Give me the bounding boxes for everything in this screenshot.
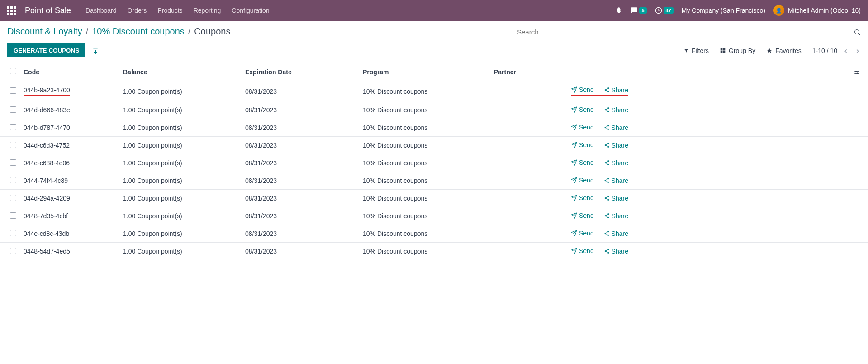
table-row[interactable]: 0448-7d35-4cbf 1.00 Coupon point(s) 08/3…: [0, 207, 868, 225]
send-button[interactable]: Send: [571, 194, 594, 201]
svg-point-60: [607, 217, 609, 218]
svg-line-54: [606, 197, 607, 198]
cell-code: 0448-54d7-4ed5: [24, 248, 70, 255]
debug-icon[interactable]: [615, 7, 622, 14]
row-checkbox[interactable]: [10, 142, 16, 148]
user-name: Mitchell Admin (Odoo_16): [788, 7, 861, 14]
share-button[interactable]: Share: [604, 212, 628, 220]
share-button[interactable]: Share: [604, 142, 628, 149]
header-code[interactable]: Code: [20, 62, 119, 81]
cell-expiration: 08/31/2023: [242, 207, 359, 225]
cell-balance: 1.00 Coupon point(s): [119, 190, 242, 207]
svg-line-48: [606, 181, 607, 182]
send-button[interactable]: Send: [571, 177, 594, 184]
cell-program: 10% Discount coupons: [359, 225, 490, 243]
table-row[interactable]: 044b-9a23-4700 1.00 Coupon point(s) 08/3…: [0, 81, 868, 101]
header-program[interactable]: Program: [359, 62, 490, 81]
svg-point-5: [855, 71, 856, 72]
svg-line-33: [606, 144, 607, 145]
cell-program: 10% Discount coupons: [359, 207, 490, 225]
search-icon[interactable]: [854, 28, 861, 36]
cp-bottom: GENERATE COUPONS Filters Group By Favori…: [7, 43, 861, 62]
svg-point-59: [604, 215, 606, 216]
svg-point-53: [607, 199, 609, 201]
share-button[interactable]: Share: [604, 248, 628, 255]
pager-next-icon[interactable]: [854, 47, 861, 54]
pager-prev-icon[interactable]: [843, 47, 849, 54]
table-row[interactable]: 044d-294a-4209 1.00 Coupon point(s) 08/3…: [0, 190, 868, 207]
row-checkbox[interactable]: [10, 106, 16, 113]
send-button[interactable]: Send: [571, 141, 594, 148]
row-checkbox[interactable]: [10, 248, 16, 254]
share-button[interactable]: Share: [604, 230, 628, 237]
search-box: [517, 26, 861, 38]
group-by-button[interactable]: Group By: [720, 47, 755, 54]
table-row[interactable]: 0448-54d7-4ed5 1.00 Coupon point(s) 08/3…: [0, 243, 868, 260]
share-button[interactable]: Share: [604, 124, 628, 131]
row-checkbox[interactable]: [10, 87, 16, 94]
download-icon[interactable]: [92, 47, 99, 55]
share-button[interactable]: Share: [604, 159, 628, 167]
filters-button[interactable]: Filters: [683, 47, 709, 54]
row-checkbox[interactable]: [10, 159, 16, 166]
filter-group: Filters Group By Favorites: [683, 47, 802, 54]
send-button[interactable]: Send: [571, 159, 594, 166]
send-button[interactable]: Send: [571, 247, 594, 254]
header-partner[interactable]: Partner: [490, 62, 567, 81]
table-row[interactable]: 0444-74f4-4c89 1.00 Coupon point(s) 08/3…: [0, 172, 868, 190]
table-row[interactable]: 044d-d666-483e 1.00 Coupon point(s) 08/3…: [0, 101, 868, 119]
svg-line-41: [606, 163, 607, 164]
send-button[interactable]: Send: [571, 230, 594, 237]
columns-settings-icon[interactable]: [854, 68, 860, 76]
send-button[interactable]: Send: [571, 212, 594, 219]
app-name[interactable]: Point of Sale: [25, 6, 71, 15]
table-row[interactable]: 044e-cd8c-43db 1.00 Coupon point(s) 08/3…: [0, 225, 868, 243]
menu-dashboard[interactable]: Dashboard: [85, 7, 117, 14]
menu-reporting[interactable]: Reporting: [194, 7, 221, 14]
table-row[interactable]: 044d-c6d3-4752 1.00 Coupon point(s) 08/3…: [0, 137, 868, 154]
share-button[interactable]: Share: [604, 177, 628, 184]
cp-bottom-right: Filters Group By Favorites 1-10 / 10: [683, 47, 861, 54]
send-label: Send: [579, 247, 594, 254]
pager: 1-10 / 10: [812, 47, 861, 54]
menu-configuration[interactable]: Configuration: [232, 7, 269, 14]
svg-point-9: [607, 87, 609, 89]
share-button[interactable]: Share: [604, 86, 628, 94]
send-button[interactable]: Send: [571, 86, 594, 93]
row-checkbox[interactable]: [10, 230, 16, 236]
cell-program: 10% Discount coupons: [359, 154, 490, 172]
header-expiration[interactable]: Expiration Date: [242, 62, 359, 81]
svg-point-1: [855, 30, 859, 34]
send-button[interactable]: Send: [571, 124, 594, 131]
row-checkbox[interactable]: [10, 124, 16, 130]
user-menu[interactable]: 👤 Mitchell Admin (Odoo_16): [773, 5, 861, 16]
svg-point-38: [604, 162, 606, 163]
share-button[interactable]: Share: [604, 106, 628, 114]
header-balance[interactable]: Balance: [119, 62, 242, 81]
menu-orders[interactable]: Orders: [128, 7, 147, 14]
share-button[interactable]: Share: [604, 195, 628, 202]
cell-partner: [490, 243, 567, 260]
send-button[interactable]: Send: [571, 106, 594, 113]
row-checkbox[interactable]: [10, 212, 16, 219]
share-label: Share: [612, 212, 628, 220]
cell-code: 0448-7d35-4cbf: [24, 212, 68, 220]
table-row[interactable]: 044e-c688-4e06 1.00 Coupon point(s) 08/3…: [0, 154, 868, 172]
breadcrumb-link-1[interactable]: 10% Discount coupons: [92, 26, 185, 37]
table-wrapper: Code Balance Expiration Date Program Par…: [0, 62, 868, 260]
menu-products[interactable]: Products: [157, 7, 182, 14]
search-input[interactable]: [517, 28, 854, 36]
breadcrumb-link-0[interactable]: Discount & Loyalty: [7, 26, 82, 37]
messages-icon[interactable]: 5: [631, 7, 646, 14]
generate-coupons-button[interactable]: GENERATE COUPONS: [7, 43, 85, 57]
apps-icon[interactable]: [7, 6, 16, 15]
select-all-checkbox[interactable]: [10, 68, 16, 74]
company-selector[interactable]: My Company (San Francisco): [682, 7, 765, 14]
row-checkbox[interactable]: [10, 195, 16, 201]
favorites-button[interactable]: Favorites: [766, 47, 802, 54]
table-row[interactable]: 044b-d787-4470 1.00 Coupon point(s) 08/3…: [0, 119, 868, 137]
svg-line-13: [606, 91, 607, 91]
activities-icon[interactable]: 47: [655, 7, 674, 14]
row-checkbox[interactable]: [10, 177, 16, 183]
share-label: Share: [612, 248, 628, 255]
